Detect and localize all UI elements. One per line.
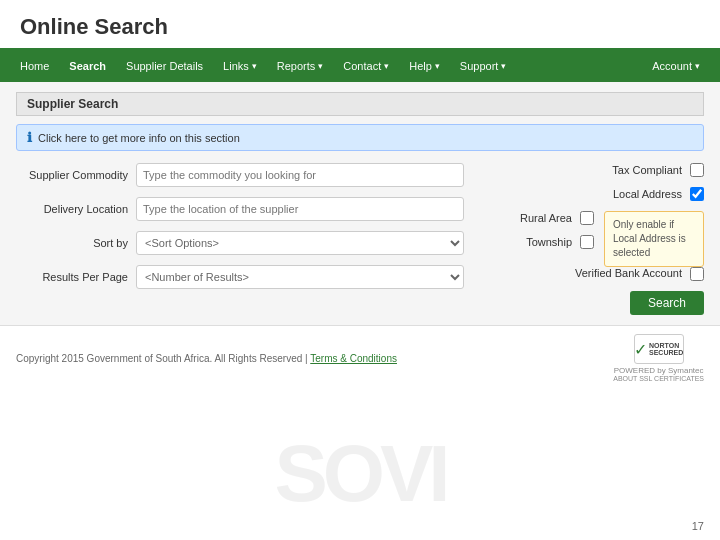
norton-logo: ✓ NORTONSECURED — [634, 334, 684, 364]
main-content: Supplier Search ℹ Click here to get more… — [0, 82, 720, 325]
norton-check-icon: ✓ — [634, 340, 647, 359]
search-button[interactable]: Search — [630, 291, 704, 315]
nav-links[interactable]: Links▾ — [213, 50, 267, 82]
navbar: Home Search Supplier Details Links▾ Repo… — [0, 50, 720, 82]
nav-reports[interactable]: Reports▾ — [267, 50, 334, 82]
results-per-page-label: Results Per Page — [16, 271, 136, 283]
terms-link[interactable]: Terms & Conditions — [310, 353, 397, 364]
tax-compliant-checkbox[interactable] — [690, 163, 704, 177]
form-area: Supplier Commodity Delivery Location Sor… — [16, 163, 704, 315]
watermark: SOVI — [0, 428, 720, 520]
delivery-location-input[interactable] — [136, 197, 464, 221]
township-label: Township — [526, 236, 572, 248]
form-right: Tax Compliant Local Address Rural Area — [484, 163, 704, 315]
slide-number: 17 — [692, 520, 704, 532]
local-address-label: Local Address — [613, 188, 682, 200]
delivery-location-row: Delivery Location — [16, 197, 464, 221]
delivery-location-label: Delivery Location — [16, 203, 136, 215]
township-row: Township — [484, 235, 594, 249]
tax-compliant-row: Tax Compliant — [484, 163, 704, 177]
nav-home[interactable]: Home — [10, 50, 59, 82]
tax-compliant-label: Tax Compliant — [612, 164, 682, 176]
township-checkbox[interactable] — [580, 235, 594, 249]
rural-area-row: Rural Area — [484, 211, 594, 225]
search-btn-row: Search — [484, 291, 704, 315]
norton-cert-text: ABOUT SSL CERTIFICATES — [613, 375, 704, 382]
nav-help[interactable]: Help▾ — [399, 50, 450, 82]
footer: Copyright 2015 Government of South Afric… — [0, 325, 720, 390]
nav-search[interactable]: Search — [59, 50, 116, 82]
info-text: Click here to get more info on this sect… — [38, 132, 240, 144]
rural-area-checkbox[interactable] — [580, 211, 594, 225]
verified-bank-account-row: Verified Bank Account — [484, 267, 704, 281]
nav-contact[interactable]: Contact▾ — [333, 50, 399, 82]
tooltip-note: Only enable if Local Address is selected — [604, 211, 704, 267]
nav-supplier-details[interactable]: Supplier Details — [116, 50, 213, 82]
supplier-commodity-row: Supplier Commodity — [16, 163, 464, 187]
supplier-commodity-input[interactable] — [136, 163, 464, 187]
info-box[interactable]: ℹ Click here to get more info on this se… — [16, 124, 704, 151]
verified-bank-account-checkbox[interactable] — [690, 267, 704, 281]
section-header: Supplier Search — [16, 92, 704, 116]
local-address-checkbox[interactable] — [690, 187, 704, 201]
norton-badge: ✓ NORTONSECURED POWERED by Symantec ABOU… — [613, 334, 704, 382]
section-title: Supplier Search — [27, 97, 118, 111]
page-title: Online Search — [20, 14, 700, 40]
local-address-row: Local Address — [484, 187, 704, 201]
supplier-commodity-label: Supplier Commodity — [16, 169, 136, 181]
nav-account[interactable]: Account▾ — [642, 50, 710, 82]
info-icon: ℹ — [27, 130, 32, 145]
results-per-page-select[interactable]: <Number of Results> — [136, 265, 464, 289]
footer-text: Copyright 2015 Government of South Afric… — [16, 353, 397, 364]
form-left: Supplier Commodity Delivery Location Sor… — [16, 163, 464, 315]
footer-separator: | — [305, 353, 308, 364]
sort-by-label: Sort by — [16, 237, 136, 249]
copyright-text: Copyright 2015 Government of South Afric… — [16, 353, 302, 364]
verified-bank-account-label: Verified Bank Account — [575, 267, 682, 280]
sort-by-select[interactable]: <Sort Options> — [136, 231, 464, 255]
sort-by-row: Sort by <Sort Options> — [16, 231, 464, 255]
nav-support[interactable]: Support▾ — [450, 50, 517, 82]
results-per-page-row: Results Per Page <Number of Results> — [16, 265, 464, 289]
norton-powered-text: POWERED by Symantec — [614, 366, 704, 375]
rural-area-label: Rural Area — [520, 212, 572, 224]
